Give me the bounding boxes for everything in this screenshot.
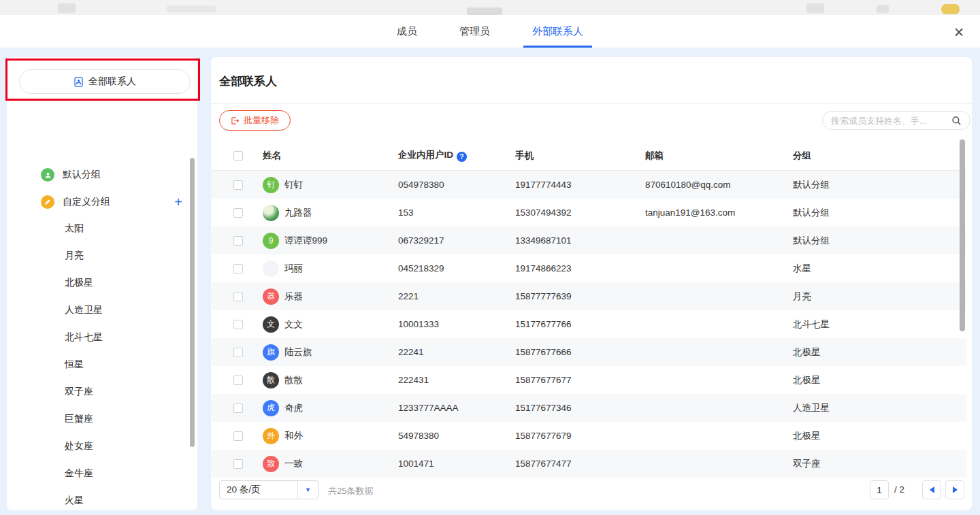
chevron-down-icon: ▼ — [297, 481, 318, 499]
current-page-input[interactable]: 1 — [870, 480, 889, 499]
contact-name: 奇虎 — [284, 402, 303, 414]
sidebar: 全部联系人 默认分组 自定义分组 + 太阳月亮北极星人造卫星北斗七星恒星双子座巨… — [7, 57, 197, 510]
column-name: 姓名 — [249, 150, 398, 162]
contact-name: 乐器 — [284, 290, 303, 303]
next-page-button[interactable] — [945, 480, 964, 499]
sidebar-item-default-group[interactable]: 默认分组 — [7, 165, 197, 185]
sidebar-group-item[interactable]: 火星 — [7, 487, 197, 514]
row-checkbox[interactable] — [233, 320, 243, 329]
contact-phone: 15177677766 — [515, 319, 645, 329]
contacts-table: 姓名 企业内用户ID? 手机 邮箱 分组 钉钉钉0549783801917777… — [211, 141, 966, 478]
table-row[interactable]: 钉钉钉05497838019177774443870610180@qq.com默… — [211, 171, 966, 199]
divider — [211, 103, 972, 104]
table-scrollbar[interactable] — [960, 139, 965, 331]
batch-remove-button[interactable]: 批量移除 — [219, 110, 291, 131]
row-checkbox[interactable] — [233, 376, 243, 385]
tab-外部联系人[interactable]: 外部联系人 — [532, 15, 583, 48]
contact-name: 文文 — [284, 318, 303, 331]
table-row[interactable]: 9谭谭谭99906732921713349687101默认分组 — [211, 227, 966, 254]
contact-user-id: 2221 — [398, 291, 515, 301]
table-row[interactable]: 虎奇虎1233777AAAA15177677346人造卫星 — [211, 394, 966, 422]
help-icon[interactable]: ? — [457, 152, 467, 162]
table-row[interactable]: 旗陆云旗2224115877677666北极星 — [211, 338, 966, 366]
row-checkbox[interactable] — [233, 403, 243, 413]
select-all-checkbox[interactable] — [233, 151, 243, 161]
contact-phone: 15177677346 — [515, 403, 645, 413]
contact-phone: 15877677666 — [515, 347, 645, 357]
row-checkbox[interactable] — [233, 431, 243, 441]
sidebar-group-item[interactable]: 双子座 — [7, 378, 197, 405]
background-blob — [467, 7, 502, 15]
avatar: 散 — [263, 372, 279, 388]
contact-group: 默认分组 — [793, 235, 956, 247]
tab-成员[interactable]: 成员 — [397, 15, 417, 48]
all-contacts-button[interactable]: 全部联系人 — [19, 69, 191, 94]
pencil-icon — [41, 195, 54, 209]
tab-管理员[interactable]: 管理员 — [459, 15, 490, 48]
custom-group-list: 太阳月亮北极星人造卫星北斗七星恒星双子座巨蟹座处女座金牛座火星木星 — [7, 215, 197, 515]
sidebar-scrollbar[interactable] — [190, 158, 195, 447]
contact-group: 北极星 — [793, 346, 956, 359]
sidebar-group-item[interactable]: 北极星 — [7, 269, 197, 297]
table-row[interactable]: 外和外5497838015877677679北极星 — [211, 422, 966, 450]
row-checkbox[interactable] — [233, 459, 243, 469]
table-row[interactable]: 散散散22243115877677677北极星 — [211, 366, 966, 394]
contact-name: 九路器 — [284, 207, 312, 219]
modal-header: 成员管理员外部联系人 × — [0, 15, 980, 48]
row-checkbox[interactable] — [233, 208, 243, 218]
avatar: 外 — [263, 428, 279, 444]
table-row[interactable]: 致一致100147115877677477双子座 — [211, 450, 966, 478]
column-email: 邮箱 — [645, 150, 793, 162]
page-title: 全部联系人 — [219, 73, 277, 89]
sidebar-item-custom-group[interactable]: 自定义分组 + — [7, 192, 197, 212]
search-input[interactable] — [831, 116, 951, 126]
table-row[interactable]: 文文文1000133315177677766北斗七星 — [211, 310, 966, 338]
background-blob — [941, 4, 960, 14]
contact-user-id: 22241 — [398, 347, 515, 357]
search-icon[interactable] — [951, 116, 962, 126]
row-checkbox[interactable] — [233, 264, 243, 273]
sidebar-group-item[interactable]: 太阳 — [7, 215, 197, 242]
sidebar-group-item[interactable]: 恒星 — [7, 351, 197, 378]
background-page-strip — [0, 0, 980, 15]
contact-group: 人造卫星 — [793, 402, 956, 414]
sidebar-group-item[interactable]: 金牛座 — [7, 460, 197, 487]
avatar: 致 — [263, 456, 279, 472]
close-icon[interactable]: × — [949, 22, 969, 42]
row-checkbox[interactable] — [233, 180, 243, 190]
contact-user-id: 222431 — [398, 375, 515, 385]
contact-name: 玛丽 — [284, 263, 303, 275]
contact-phone: 15877677477 — [515, 459, 645, 469]
person-icon — [41, 168, 54, 182]
table-row[interactable]: 器乐器222115877777639月亮 — [211, 282, 966, 310]
column-phone: 手机 — [515, 150, 645, 162]
row-checkbox[interactable] — [233, 348, 243, 357]
table-row[interactable]: 九路器15315307494392tanjuan191@163.com默认分组 — [211, 199, 966, 227]
contact-user-id: 054978380 — [398, 180, 515, 190]
avatar: 器 — [263, 288, 279, 305]
sidebar-group-item[interactable]: 人造卫星 — [7, 297, 197, 324]
avatar: 钉 — [263, 177, 279, 193]
prev-page-button[interactable] — [922, 480, 941, 499]
default-group-label: 默认分组 — [63, 169, 101, 181]
contact-user-id: 1233777AAAA — [398, 403, 515, 413]
contact-name: 和外 — [284, 430, 303, 442]
table-header-row: 姓名 企业内用户ID? 手机 邮箱 分组 — [211, 141, 966, 171]
column-group: 分组 — [793, 150, 956, 162]
contact-user-id: 1001471 — [398, 459, 515, 469]
row-checkbox[interactable] — [233, 292, 243, 301]
contact-phone: 15307494392 — [515, 207, 645, 218]
row-checkbox[interactable] — [233, 236, 243, 246]
avatar: 虎 — [263, 400, 279, 416]
table-row[interactable]: 玛丽04521832919174866223水星 — [211, 254, 966, 282]
sidebar-group-item[interactable]: 北斗七星 — [7, 324, 197, 351]
arrow-right-icon — [953, 486, 958, 493]
page-size-select[interactable]: 20 条/页 ▼ — [219, 480, 318, 499]
add-group-icon[interactable]: + — [174, 195, 182, 209]
sidebar-group-item[interactable]: 处女座 — [7, 433, 197, 460]
sidebar-group-item[interactable]: 月亮 — [7, 242, 197, 269]
contact-group: 月亮 — [793, 290, 956, 303]
sidebar-group-item[interactable]: 巨蟹座 — [7, 405, 197, 433]
contact-name: 一致 — [284, 458, 303, 470]
contact-group: 北斗七星 — [793, 318, 956, 331]
